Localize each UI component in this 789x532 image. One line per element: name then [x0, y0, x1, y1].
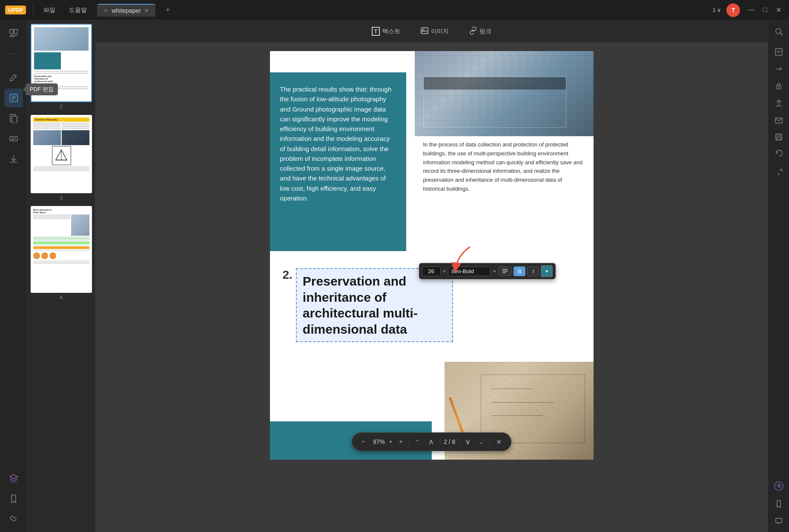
nav-divider-2: [490, 438, 490, 446]
toolbar-image-btn[interactable]: 이미지: [416, 24, 454, 39]
color-picker-btn[interactable]: ▼: [541, 265, 553, 277]
content-area: T 텍스트 이미지 링크: [95, 20, 768, 532]
right-undo-icon[interactable]: [771, 146, 786, 162]
zoom-display: 97% ▼: [371, 438, 393, 445]
nav-to-bottom-btn[interactable]: ⌄: [476, 437, 486, 447]
text-icon: T: [372, 27, 380, 36]
minimize-btn[interactable]: —: [745, 5, 757, 15]
sidebar-icon-edit[interactable]: [4, 89, 23, 107]
sidebar-icon-annotate[interactable]: [4, 68, 23, 87]
sidebar-icon-layers[interactable]: [4, 469, 23, 488]
right-share-icon[interactable]: [771, 95, 786, 111]
zoom-in-btn[interactable]: +: [396, 436, 405, 447]
thumbnail-panel: Preservation andinheritance ofarchitectu…: [27, 20, 95, 532]
page-display: 2 / 8: [440, 438, 459, 445]
right-sidebar: [768, 20, 789, 532]
font-name-input[interactable]: [448, 266, 491, 276]
thumb-img-3: Geometric Philosophy: [31, 115, 92, 193]
add-tab-btn[interactable]: +: [162, 5, 174, 15]
svg-line-27: [780, 33, 782, 35]
right-bookmark-icon[interactable]: [771, 496, 786, 512]
sidebar-icon-pages[interactable]: [4, 109, 23, 128]
toolbar-link-label: 링크: [479, 28, 491, 35]
thumbnail-page-2[interactable]: Preservation andinheritance ofarchitectu…: [31, 24, 92, 110]
titlebar-right: 1 ∨ T — □ ✕: [712, 3, 784, 17]
sidebar-icon-bookmark[interactable]: [4, 489, 23, 508]
menu-file[interactable]: 파일: [40, 5, 59, 16]
toolbar-link-btn[interactable]: 링크: [464, 24, 496, 39]
current-page: 2 / 8: [444, 438, 455, 445]
window-controls: — □ ✕: [745, 5, 784, 15]
align-btn[interactable]: [498, 266, 512, 276]
tab-close-btn[interactable]: ✕: [144, 8, 149, 14]
font-size-input[interactable]: [422, 266, 441, 276]
nav-prev-btn[interactable]: ∧: [426, 435, 436, 448]
thumb3-geo-title: Geometric Philosophy: [33, 117, 89, 122]
svg-rect-10: [12, 116, 17, 123]
svg-rect-1: [14, 29, 17, 34]
divider: [33, 5, 33, 15]
user-avatar: T: [726, 3, 740, 17]
zoom-out-btn[interactable]: −: [359, 436, 368, 447]
right-protect-icon[interactable]: [771, 78, 786, 94]
right-comment-icon[interactable]: [771, 513, 786, 529]
svg-rect-34: [775, 118, 782, 123]
nav-divider-1: [409, 438, 409, 446]
image-icon: [421, 27, 428, 36]
italic-btn[interactable]: I: [527, 266, 539, 276]
tab-whitepaper[interactable]: ✏ whitepaper ✕: [97, 4, 155, 17]
svg-rect-37: [777, 137, 781, 140]
teal-text-box: The practical results show that: through…: [270, 72, 406, 251]
toolbar-image-label: 이미지: [431, 28, 449, 35]
font-name-chevron[interactable]: ▼: [492, 269, 496, 274]
right-ocr-icon[interactable]: [771, 44, 786, 60]
thumb-label-3: 3: [31, 195, 92, 201]
zoom-level: 97%: [371, 438, 387, 445]
svg-rect-0: [10, 29, 13, 34]
thumb-label-2: 2: [31, 104, 92, 110]
pdf-view: The practical results show that: through…: [95, 43, 768, 532]
thumb-label-4: 4: [31, 295, 92, 300]
bottom-nav: − 97% ▼ + ⌃ ∧ 2 / 8 ∨ ⌄ ✕: [352, 432, 512, 451]
teal-box-text: The practical results show that: through…: [280, 84, 396, 203]
section-number: 2.: [283, 268, 293, 282]
right-convert-icon[interactable]: [771, 61, 786, 77]
right-redo-icon[interactable]: [771, 163, 786, 179]
svg-point-21: [422, 29, 424, 31]
thumbnail-page-3[interactable]: Geometric Philosophy: [31, 115, 92, 201]
sidebar-divider: [4, 44, 23, 63]
menu-help[interactable]: 도움말: [66, 5, 90, 16]
thumbnail-page-4[interactable]: Basic Elements ofPlane Space: [31, 206, 92, 300]
close-btn[interactable]: ✕: [773, 5, 784, 15]
pdf-page: The practical results show that: through…: [270, 51, 594, 460]
maximize-btn[interactable]: □: [760, 5, 770, 15]
tab-label: whitepaper: [112, 7, 141, 14]
right-body-text: In the process of data collection and pr…: [423, 140, 585, 194]
sidebar-icon-reader[interactable]: [4, 24, 23, 43]
right-search-icon[interactable]: [771, 24, 786, 39]
svg-line-4: [14, 74, 17, 77]
tooltip-pdf-edit: PDF 편집: [26, 83, 58, 95]
right-email-icon[interactable]: [771, 112, 786, 128]
thumb-img-4: Basic Elements ofPlane Space: [31, 206, 92, 293]
close-nav-btn[interactable]: ✕: [493, 436, 504, 448]
text-format-toolbar: ▼ ▼ B I ▼: [419, 263, 556, 279]
sidebar-icon-ocr[interactable]: [4, 129, 23, 148]
zoom-dropdown-btn[interactable]: ▼: [388, 439, 393, 444]
nav-to-top-btn[interactable]: ⌃: [413, 437, 422, 447]
toolbar: T 텍스트 이미지 링크: [95, 20, 768, 43]
bold-btn[interactable]: B: [514, 266, 525, 276]
right-save-icon[interactable]: [771, 129, 786, 145]
toolbar-text-btn[interactable]: T 텍스트: [367, 24, 406, 38]
font-size-chevron[interactable]: ▼: [442, 269, 447, 274]
sidebar-icon-extract[interactable]: [4, 150, 23, 169]
page-nav[interactable]: 1 ∨: [712, 7, 721, 13]
app-logo: UPDF: [5, 6, 26, 14]
nav-next-btn[interactable]: ∨: [462, 435, 473, 448]
heading-text: Preservation and inheritance of architec…: [303, 273, 446, 337]
right-ai-icon[interactable]: [771, 180, 786, 495]
link-icon: [469, 27, 477, 36]
sidebar-icon-attachment[interactable]: [4, 510, 23, 529]
selected-heading-block[interactable]: Preservation and inheritance of architec…: [296, 268, 453, 342]
section-heading-area: 2. Preservation and inheritance of archi…: [283, 268, 453, 342]
